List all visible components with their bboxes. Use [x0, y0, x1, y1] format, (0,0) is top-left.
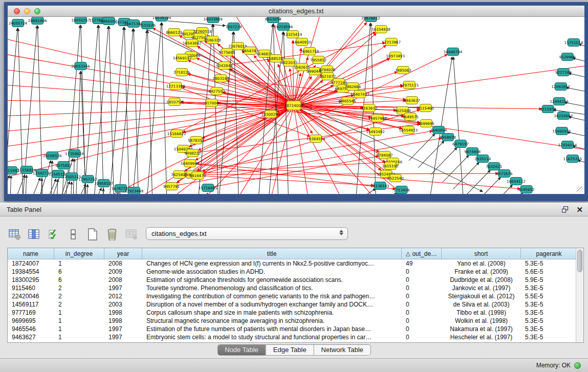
column-header-out_degree[interactable]: △out_de… — [402, 248, 442, 259]
cell-name: 9777169 — [8, 309, 54, 317]
cell-short: Yano et al. (2008) — [442, 259, 521, 268]
graph-node-label: 9025488 — [395, 108, 411, 113]
resize-grip[interactable] — [577, 186, 583, 192]
graph-node-label: 8784087 — [377, 153, 393, 158]
tab-network-table[interactable]: Network Table — [314, 345, 371, 355]
cell-year: 1998 — [104, 309, 142, 317]
graph-node-label: 1621072 — [319, 74, 336, 79]
graph-node-label: 7857224 — [225, 25, 242, 29]
graph-node-label: 9699695 — [418, 121, 434, 126]
graph-node-label: 7485063 — [395, 68, 411, 73]
graph-node-label: 16409948 — [181, 161, 200, 166]
row-selection-icon[interactable] — [47, 229, 60, 240]
cell-in_degree: 6 — [54, 276, 104, 284]
column-visibility-icon[interactable] — [28, 229, 41, 240]
cell-out_degree: 0 — [402, 325, 442, 333]
graph-node-label: 24055724 — [9, 21, 28, 26]
cell-title: Disruption of a novel member of a sodium… — [142, 300, 402, 309]
cell-out_degree: 0 — [402, 309, 442, 317]
table-scrollbar[interactable] — [576, 248, 583, 342]
cell-in_degree: 1 — [54, 333, 104, 341]
window-titlebar[interactable]: citations_edges.txt — [8, 6, 584, 17]
cell-short: Hescheler et al. (1997) — [442, 333, 521, 341]
graph-node-label: 9457791 — [163, 184, 180, 189]
table-row[interactable]: 946554611997Estimation of the future num… — [8, 325, 583, 333]
graph-node-label: 18300295 — [261, 112, 280, 117]
cell-year: 2003 — [104, 300, 142, 309]
table-scrollbar-thumb[interactable] — [577, 250, 582, 272]
graph-node-label: 15751074 — [564, 40, 583, 45]
graph-node-label: 15166822 — [167, 132, 186, 136]
citation-network-graph[interactable]: 1872400786601238912954222605189127502165… — [8, 17, 584, 194]
cell-pagerank: 5.3E-5 — [521, 333, 577, 341]
network-table-select[interactable]: citations_edges.txt — [146, 227, 348, 240]
close-window-icon[interactable] — [14, 8, 20, 14]
graph-node-label: 22260518 — [193, 29, 212, 34]
table-panel-titlebar: Table Panel ✕ — [0, 203, 588, 216]
sort-ascending-icon: △ — [406, 250, 410, 257]
column-header-short[interactable]: short — [442, 248, 521, 259]
graph-node-label: 10407427 — [351, 92, 369, 97]
graph-node-label: 8163612 — [361, 106, 377, 111]
delete-table-icon[interactable] — [105, 228, 119, 240]
graph-node-label: 12093852 — [551, 84, 570, 89]
table-row[interactable]: 977716911998Corpus callosum shape and si… — [8, 309, 583, 317]
cell-year: 2009 — [104, 268, 142, 276]
cell-in_degree: 1 — [54, 309, 104, 317]
table-mode-icon[interactable] — [67, 229, 80, 240]
table-row[interactable]: 1830029562008Estimation of significance … — [8, 276, 583, 284]
network-canvas[interactable]: 1872400786601238912954222605189127502165… — [8, 17, 584, 194]
tab-edge-table[interactable]: Edge Table — [266, 345, 314, 355]
graph-node-label: 20691406 — [28, 18, 47, 23]
cell-year: 1997 — [104, 333, 142, 341]
graph-node-label: 917004 — [205, 101, 219, 105]
column-header-pagerank[interactable]: pagerank — [521, 248, 577, 259]
table-row[interactable]: 969969511998Structural magnetic resonanc… — [8, 317, 583, 325]
table-row[interactable]: 1872400712008Changes of HCN gene express… — [8, 259, 583, 268]
minimize-window-icon[interactable] — [24, 8, 30, 14]
table-row[interactable]: 1938455462009Genome-wide association stu… — [8, 268, 583, 276]
cell-name: 9699695 — [8, 317, 54, 325]
table-options-icon[interactable] — [8, 229, 21, 240]
zoom-window-icon[interactable] — [34, 8, 40, 14]
cell-year: 2012 — [104, 292, 142, 300]
graph-node-label: 8471676 — [496, 171, 513, 176]
table-row[interactable]: 911546021997Tourette syndrome. Phenomeno… — [8, 284, 583, 292]
window-title: citations_edges.txt — [8, 7, 584, 15]
table-panel-title: Table Panel — [7, 206, 562, 213]
graph-node-label: 19384554 — [307, 137, 325, 141]
graph-node-label: 20053346 — [71, 64, 90, 69]
close-panel-icon[interactable]: ✕ — [576, 206, 583, 213]
table-tabs: Node TableEdge TableNetwork Table — [217, 344, 371, 356]
tab-node-table[interactable]: Node Table — [217, 345, 266, 355]
table-row[interactable]: 2242004622012Investigating the contribut… — [8, 292, 583, 300]
cell-in_degree: 2 — [54, 284, 104, 292]
memory-status-icon[interactable] — [574, 362, 581, 369]
cell-name: 19384554 — [8, 268, 54, 276]
column-header-year[interactable]: year — [104, 248, 142, 259]
column-header-name[interactable]: name — [8, 248, 54, 259]
cell-title: Tourette syndrome. Phenomenology and cla… — [142, 284, 402, 292]
cell-title: Corpus callosum shape and size in male p… — [142, 309, 402, 317]
float-panel-icon[interactable] — [562, 206, 569, 213]
new-table-icon[interactable] — [86, 228, 99, 240]
network-view-window: citations_edges.txt 18724007866012389129… — [4, 2, 588, 201]
graph-node-label: 8215958 — [540, 107, 557, 112]
graph-node-label: 2718126 — [173, 70, 190, 75]
graph-node-label: 16554923 — [399, 128, 418, 133]
table-row[interactable]: 946362711997Embryonic stem cells: a mode… — [8, 333, 583, 341]
graph-node-label: 15716485 — [199, 186, 217, 190]
graph-node-label: 9227349 — [555, 70, 572, 75]
graph-node-label: 7462666 — [344, 84, 361, 89]
graph-node-label: 20206526 — [43, 154, 62, 158]
cell-in_degree: 6 — [54, 268, 104, 276]
graph-node-label: 10958107 — [94, 181, 113, 186]
cell-in_degree: 1 — [54, 317, 104, 325]
graph-node-label: 2522540 — [387, 176, 404, 181]
column-header-in_degree[interactable]: in_degree — [54, 248, 104, 259]
column-header-title[interactable]: title — [142, 248, 402, 259]
graph-node-label: 1713426 — [394, 188, 410, 192]
graph-node-label: 16154838 — [372, 27, 390, 32]
table-row[interactable]: 1456911722003Disruption of a novel membe… — [8, 300, 583, 309]
graph-node-label: 9242844 — [216, 63, 233, 68]
